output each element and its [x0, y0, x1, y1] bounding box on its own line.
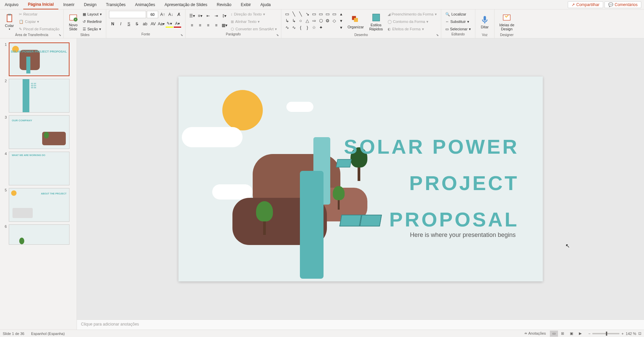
shape-textbox[interactable]: ▭: [284, 11, 290, 17]
shape-more[interactable]: ▾: [338, 24, 344, 30]
reading-view-button[interactable]: ▣: [567, 331, 576, 337]
shape-outline-button[interactable]: ◯ Contorno da Forma ▾: [386, 18, 438, 25]
text-direction-button[interactable]: ↕ Direção do Texto ▾: [229, 11, 278, 18]
zoom-percent[interactable]: 142 %: [626, 332, 636, 336]
shape-line[interactable]: ╲: [291, 11, 297, 17]
thumbnail-1[interactable]: 1 SOLAR POWER PROJECT PROPOSAL: [0, 41, 77, 78]
notes-toggle[interactable]: ≐ Anotações: [524, 331, 545, 336]
tab-inserir[interactable]: Inserir: [58, 0, 79, 9]
decrease-indent-button[interactable]: ⇤: [204, 12, 212, 20]
slideshow-view-button[interactable]: ▶: [576, 331, 584, 337]
tab-exibir[interactable]: Exibir: [236, 0, 256, 9]
quick-styles-button[interactable]: Estilos Rápidos: [367, 11, 385, 33]
align-center-button[interactable]: ≡: [196, 22, 204, 29]
thumb-preview[interactable]: OUR COMPANY: [9, 115, 69, 149]
columns-button[interactable]: ▦▾: [221, 22, 228, 29]
numbering-button[interactable]: ≡▾: [196, 12, 204, 20]
italic-button[interactable]: I: [117, 20, 124, 28]
thumb-preview[interactable]: ABOUT THE PROJECT: [9, 188, 69, 222]
thumbnail-5[interactable]: 5 ABOUT THE PROJECT: [0, 187, 77, 223]
shape-curve2[interactable]: ∿: [291, 24, 297, 30]
thumb-preview[interactable]: SOLAR POWER PROJECT PROPOSAL: [9, 42, 69, 76]
thumbnail-3[interactable]: 3 OUR COMPANY: [0, 114, 77, 150]
highlight-button[interactable]: ✎▾: [166, 20, 173, 28]
tab-animacoes[interactable]: Animações: [130, 0, 160, 9]
select-button[interactable]: ▭ Selecionar ▾: [444, 26, 472, 32]
shape-connector2[interactable]: ↳: [291, 18, 297, 24]
dictate-button[interactable]: Ditar: [478, 11, 492, 33]
shape-brace-l[interactable]: {: [298, 24, 304, 30]
shape-line2[interactable]: ╲: [298, 11, 304, 17]
slide-subtitle[interactable]: Here is where your presentation begins: [410, 232, 515, 239]
clear-format-button[interactable]: A̸: [175, 11, 183, 18]
normal-view-button[interactable]: ▭: [550, 331, 558, 337]
shape-brace-r[interactable]: }: [304, 24, 310, 30]
shape-scroll-up[interactable]: ▴: [338, 11, 344, 17]
tab-apresentacao[interactable]: Apresentação de Slides: [160, 0, 212, 9]
shape-arrow-r[interactable]: ⇨: [311, 18, 317, 24]
shape-gear[interactable]: ⚙: [325, 18, 331, 24]
thumb-preview[interactable]: [9, 224, 69, 245]
font-family-select[interactable]: [109, 11, 146, 18]
increase-indent-button[interactable]: ⇥: [213, 12, 220, 20]
tab-design[interactable]: Design: [79, 0, 101, 9]
align-left-button[interactable]: ≡: [188, 22, 196, 29]
align-right-button[interactable]: ≡: [204, 22, 212, 29]
justify-button[interactable]: ≡: [213, 22, 220, 29]
new-slide-button[interactable]: + Novo Slide: [66, 11, 80, 33]
slide-thumbnails-panel[interactable]: 1 SOLAR POWER PROJECT PROPOSAL 2 01 0203…: [0, 38, 77, 330]
layout-button[interactable]: ▦ Layout ▾: [81, 11, 103, 18]
shape-star2[interactable]: ✦: [318, 24, 324, 30]
arrange-button[interactable]: Organizar: [345, 11, 366, 33]
shape-rect3[interactable]: ▭: [325, 11, 331, 17]
shape-rect[interactable]: ▭: [311, 11, 317, 17]
zoom-out-button[interactable]: −: [588, 332, 590, 336]
slide-canvas[interactable]: SOLAR POWER PROJECT PROPOSAL Here is whe…: [178, 76, 543, 281]
case-button[interactable]: Aa▾: [158, 20, 165, 28]
shape-effects-button[interactable]: ◐ Efeitos de Forma ▾: [386, 26, 438, 32]
notes-input[interactable]: Clique para adicionar anotações: [77, 319, 644, 330]
strikethrough-button[interactable]: S̶: [133, 20, 141, 28]
tab-home[interactable]: Página Inicial: [23, 0, 59, 9]
font-size-input[interactable]: [147, 11, 158, 18]
shape-hexagon[interactable]: ⬡: [318, 18, 324, 24]
thumb-preview[interactable]: WHAT WE ARE WORKING DO: [9, 152, 69, 185]
font-launcher[interactable]: ⬊: [180, 33, 185, 37]
shape-arrow[interactable]: ↘: [304, 11, 310, 17]
thumbnail-2[interactable]: 2 01 0203 0405 06: [0, 78, 77, 114]
bold-button[interactable]: N: [109, 20, 116, 28]
paste-button[interactable]: Colar ▾: [3, 11, 16, 33]
section-button[interactable]: ☰ Seção ▾: [81, 26, 103, 32]
zoom-slider[interactable]: [592, 333, 619, 334]
copy-button[interactable]: 📋 Copiar ▾: [18, 18, 61, 25]
shape-rect2[interactable]: ▭: [318, 11, 324, 17]
shape-connector[interactable]: ↳: [284, 18, 290, 24]
slide-title[interactable]: SOLAR POWER PROJECT PROPOSAL: [344, 129, 519, 238]
font-color-button[interactable]: A▾: [174, 20, 181, 28]
thumbnail-6[interactable]: 6: [0, 223, 77, 246]
shape-fill-button[interactable]: ◢ Preenchimento da Forma ▾: [386, 11, 438, 18]
share-button[interactable]: ↗ Compartilhar: [568, 1, 603, 8]
line-spacing-button[interactable]: ‡▾: [221, 12, 228, 20]
shape-oval[interactable]: ○: [298, 18, 304, 24]
tab-revisao[interactable]: Revisão: [212, 0, 236, 9]
increase-font-button[interactable]: A↑: [159, 11, 166, 18]
clipboard-launcher[interactable]: ⬊: [59, 33, 63, 37]
shape-rect4[interactable]: ▭: [331, 11, 337, 17]
find-button[interactable]: 🔍 Localizar: [444, 11, 472, 18]
align-text-button[interactable]: ⊞ Alinhar Texto ▾: [229, 18, 278, 25]
underline-button[interactable]: S: [125, 20, 133, 28]
shape-curve[interactable]: ∿: [284, 24, 290, 30]
shape-triangle[interactable]: △: [304, 18, 310, 24]
decrease-font-button[interactable]: A↓: [167, 11, 174, 18]
design-ideas-button[interactable]: Ideias de Design: [497, 11, 516, 33]
language-indicator[interactable]: Espanhol (Espanha): [31, 332, 65, 336]
cut-button[interactable]: ✂ Recortar: [18, 11, 61, 18]
comments-button[interactable]: 💬 Comentários: [605, 1, 641, 8]
thumbnail-4[interactable]: 4 WHAT WE ARE WORKING DO: [0, 150, 77, 187]
shape-diamond[interactable]: ◇: [331, 18, 337, 24]
shape-gallery[interactable]: ▭ ╲ ╲ ↘ ▭ ▭ ▭ ▭ ▴ ↳ ↳ ○ △ ⇨ ⬡ ⚙ ◇ ▾ ∿ ∿: [284, 11, 344, 30]
tab-arquivo[interactable]: Arquivo: [0, 0, 23, 9]
drawing-launcher[interactable]: ⬊: [436, 33, 440, 37]
spacing-button[interactable]: AV: [149, 20, 157, 28]
